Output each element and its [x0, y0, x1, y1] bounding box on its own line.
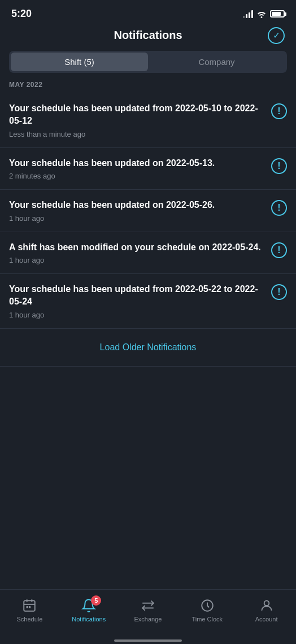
- nav-item-notifications[interactable]: 5 Notifications: [59, 595, 119, 625]
- tab-shift[interactable]: Shift (5): [11, 53, 148, 71]
- nav-label-timeclock: Time Clock: [191, 616, 223, 623]
- nav-label-account: Account: [255, 616, 278, 623]
- nav-label-notifications: Notifications: [72, 616, 106, 623]
- nav-item-exchange[interactable]: Exchange: [119, 595, 178, 625]
- person-icon: [259, 598, 274, 613]
- nav-item-timeclock[interactable]: Time Clock: [177, 595, 237, 625]
- notification-content: Your schedule has been updated on 2022-0…: [9, 157, 264, 180]
- notification-item[interactable]: Your schedule has been updated on 2022-0…: [0, 148, 296, 190]
- notification-alert-icon: !: [271, 103, 287, 119]
- notification-content: Your schedule has been updated from 2022…: [9, 283, 264, 319]
- section-header: MAY 2022: [0, 73, 296, 93]
- notification-content: A shift has been modified on your schedu…: [9, 241, 264, 264]
- notification-badge: 5: [91, 595, 101, 606]
- calendar-icon-wrapper: [20, 598, 38, 613]
- exchange-icon-wrapper: [139, 598, 157, 613]
- battery-icon: [270, 10, 285, 18]
- clock-icon-wrapper: [198, 598, 216, 613]
- notification-item[interactable]: Your schedule has been updated from 2022…: [0, 274, 296, 329]
- nav-item-schedule[interactable]: Schedule: [0, 595, 59, 625]
- exchange-icon: [141, 598, 155, 613]
- status-time: 5:20: [11, 8, 32, 20]
- status-bar: 5:20: [0, 0, 296, 24]
- notification-alert-icon: !: [271, 200, 287, 216]
- svg-rect-0: [24, 601, 36, 611]
- bottom-nav: Schedule 5 Notifications Exchange: [0, 589, 296, 636]
- nav-label-exchange: Exchange: [134, 616, 162, 623]
- notifications-list: Your schedule has been updated from 2022…: [0, 93, 296, 478]
- mark-all-read-button[interactable]: ✓: [268, 27, 285, 44]
- tab-company[interactable]: Company: [148, 53, 285, 71]
- notification-item[interactable]: Your schedule has been updated on 2022-0…: [0, 190, 296, 232]
- nav-item-account[interactable]: Account: [237, 595, 296, 625]
- clock-icon: [200, 598, 215, 613]
- person-icon-wrapper: [258, 598, 276, 613]
- page-title: Notifications: [114, 29, 182, 42]
- notification-content: Your schedule has been updated on 2022-0…: [9, 199, 264, 222]
- tabs-container: Shift (5) Company: [9, 51, 287, 73]
- notification-content: Your schedule has been updated from 2022…: [9, 102, 264, 138]
- svg-point-9: [264, 601, 269, 606]
- nav-label-schedule: Schedule: [16, 616, 42, 623]
- header: Notifications ✓: [0, 24, 296, 51]
- notification-item[interactable]: Your schedule has been updated from 2022…: [0, 93, 296, 148]
- svg-rect-4: [27, 606, 28, 608]
- status-icons: [243, 10, 285, 18]
- notification-alert-icon: !: [271, 284, 287, 300]
- bell-icon-wrapper: 5: [80, 598, 98, 613]
- wifi-icon: [256, 10, 267, 18]
- notification-alert-icon: !: [271, 158, 287, 174]
- calendar-icon: [22, 598, 37, 613]
- notification-alert-icon: !: [271, 242, 287, 258]
- signal-icon: [243, 10, 253, 18]
- home-indicator: [0, 636, 296, 644]
- load-older-button[interactable]: Load Older Notifications: [0, 329, 296, 367]
- notification-item[interactable]: A shift has been modified on your schedu…: [0, 232, 296, 274]
- svg-rect-5: [29, 606, 31, 608]
